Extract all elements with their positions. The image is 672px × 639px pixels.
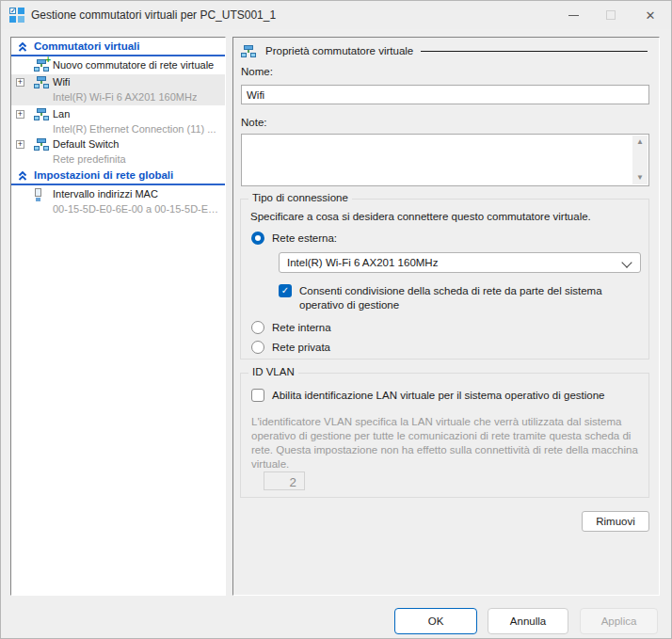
apply-button: Applica	[580, 608, 658, 634]
switch-properties-panel: Proprietà commutatore virtuale Nome: Not…	[232, 37, 660, 596]
expander-icon[interactable]: +	[16, 110, 24, 119]
hyperv-app-icon: ✓	[9, 8, 24, 23]
tree-item-default-switch-subtitle: Rete predefinita	[11, 152, 225, 168]
properties-header-title: Proprietà commutatore virtuale	[265, 45, 413, 56]
share-adapter-label: Consenti condivisione della scheda di re…	[299, 284, 646, 312]
section-header-virtual-switches[interactable]: Commutatori virtuali	[11, 40, 225, 56]
tree-item-lan-subtitle: Intel(R) Ethernet Connection (11) ...	[11, 122, 225, 137]
tree-item-wifi-subtitle: Intel(R) Wi-Fi 6 AX201 160MHz	[11, 90, 225, 105]
adapter-dropdown[interactable]: Intel(R) Wi-Fi 6 AX201 160MHz	[279, 252, 641, 273]
tree-item-label: Nuovo commutatore di rete virtuale	[53, 59, 214, 71]
close-icon: ✕	[646, 9, 656, 22]
tree-item-mac-range-subtitle: 00-15-5D-E0-6E-00 a 00-15-5D-E0...	[11, 202, 225, 217]
vlan-id-input	[264, 471, 305, 490]
remove-button-label: Rimuovi	[596, 516, 635, 527]
private-network-label: Rete privata	[272, 342, 330, 353]
window-title: Gestione commutatori virtuali per PC_UTS…	[31, 8, 276, 22]
virtual-switch-manager-dialog: ✓ Gestione commutatori virtuali per PC_U…	[0, 0, 672, 639]
tree-item-default-switch[interactable]: + Default Switch	[11, 137, 225, 152]
adapter-dropdown-value: Intel(R) Wi-Fi 6 AX201 160MHz	[287, 257, 438, 268]
tree-item-mac-range[interactable]: Intervallo indirizzi MAC	[11, 187, 225, 202]
groupbox-title: Tipo di connessione	[248, 192, 352, 203]
internal-network-radio[interactable]	[251, 321, 264, 334]
vlan-description: L'identificatore VLAN specifica la LAN v…	[251, 415, 643, 471]
notes-label: Note:	[241, 117, 267, 128]
external-network-label: Rete esterna:	[272, 232, 337, 244]
tree-item-sublabel: Rete predefinita	[53, 153, 126, 165]
switch-icon	[34, 108, 49, 120]
tree-item-lan[interactable]: + Lan	[11, 107, 225, 122]
app-icon-check-square: ✓	[9, 8, 16, 14]
notes-scrollbar[interactable]: ▲ ▼	[632, 136, 648, 184]
scroll-down-icon[interactable]: ▼	[632, 171, 648, 184]
ok-button-label: OK	[428, 615, 444, 627]
chevron-down-icon	[621, 257, 632, 267]
app-icon-square	[18, 16, 24, 23]
tree-item-sublabel: 00-15-5D-E0-6E-00 a 00-15-5D-E0...	[53, 203, 222, 215]
collapse-chevron-icon	[17, 41, 28, 53]
switch-icon	[241, 45, 256, 57]
connection-type-groupbox: Tipo di connessione Specificare a cosa s…	[240, 199, 649, 359]
section-divider	[11, 55, 225, 56]
tree-item-label: Default Switch	[53, 138, 119, 150]
cancel-button-label: Annulla	[510, 615, 546, 627]
tree-item-new-switch[interactable]: + Nuovo commutatore di rete virtuale	[11, 58, 225, 73]
section-title: Impostazioni di rete globali	[34, 169, 173, 181]
name-input[interactable]	[241, 85, 649, 104]
vlan-enable-label: Abilita identificazione LAN virtuale per…	[272, 390, 639, 401]
network-adapter-icon	[34, 188, 42, 201]
switch-icon	[34, 138, 49, 151]
expander-icon[interactable]: +	[16, 78, 24, 87]
switch-icon	[34, 76, 49, 88]
properties-header: Proprietà commutatore virtuale	[241, 43, 648, 58]
vlan-groupbox: ID VLAN Abilita identificazione LAN virt…	[240, 373, 649, 498]
section-title: Commutatori virtuali	[34, 40, 139, 52]
ok-button[interactable]: OK	[394, 608, 477, 634]
scroll-up-icon[interactable]: ▲	[632, 136, 648, 149]
app-icon-square	[18, 8, 24, 14]
switch-tree-panel: Commutatori virtuali + Nuovo commutatore…	[10, 37, 226, 596]
vlan-enable-checkbox[interactable]	[251, 389, 264, 402]
remove-button[interactable]: Rimuovi	[582, 511, 649, 532]
notes-textarea[interactable]: ▲ ▼	[241, 134, 649, 186]
window-titlebar: ✓ Gestione commutatori virtuali per PC_U…	[1, 1, 671, 29]
private-network-radio[interactable]	[251, 341, 264, 354]
new-switch-icon: +	[34, 59, 49, 72]
minimize-icon	[568, 15, 579, 16]
name-label: Nome:	[241, 66, 273, 77]
internal-network-label: Rete interna	[272, 322, 331, 333]
minimize-button[interactable]	[554, 1, 592, 29]
connection-description: Specificare a cosa si desidera connetter…	[250, 211, 591, 222]
apply-button-label: Applica	[601, 615, 637, 627]
section-header-global-settings[interactable]: Impostazioni di rete globali	[11, 169, 225, 184]
header-rule	[421, 51, 648, 52]
collapse-chevron-icon	[17, 170, 28, 182]
external-network-radio[interactable]	[251, 232, 264, 245]
section-divider	[11, 184, 225, 185]
tree-item-label: Lan	[53, 108, 70, 120]
share-adapter-checkbox[interactable]: ✓	[279, 284, 292, 297]
tree-item-sublabel: Intel(R) Wi-Fi 6 AX201 160MHz	[53, 91, 197, 103]
app-icon-square	[9, 16, 16, 23]
cancel-button[interactable]: Annulla	[488, 608, 568, 634]
tree-item-sublabel: Intel(R) Ethernet Connection (11) ...	[53, 123, 216, 135]
tree-item-label: Intervallo indirizzi MAC	[53, 188, 158, 200]
tree-item-wifi[interactable]: + Wifi	[11, 75, 225, 90]
maximize-icon	[606, 10, 616, 20]
expander-icon[interactable]: +	[16, 140, 24, 149]
maximize-button	[592, 1, 630, 29]
groupbox-title: ID VLAN	[248, 366, 298, 377]
tree-item-label: Wifi	[53, 76, 70, 88]
close-button[interactable]: ✕	[632, 1, 669, 29]
